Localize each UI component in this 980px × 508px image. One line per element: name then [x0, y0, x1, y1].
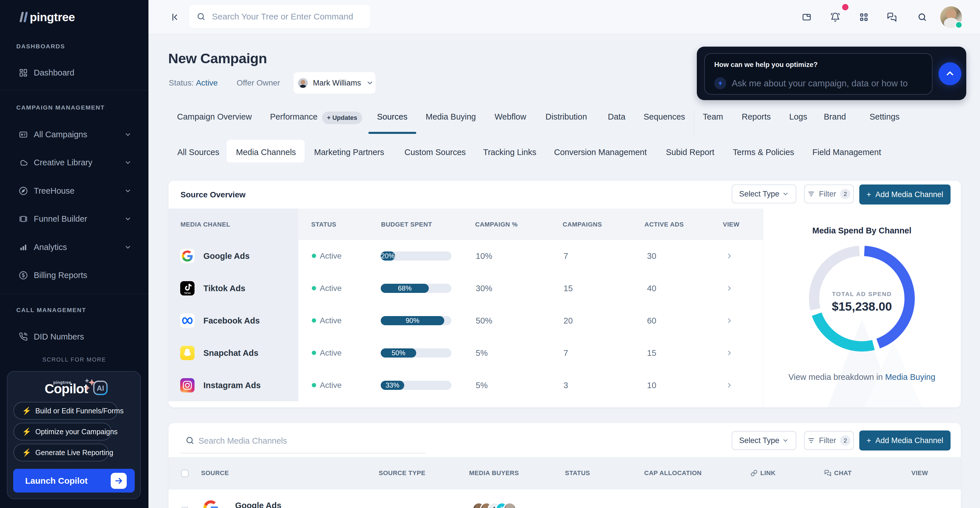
svg-text:AI: AI — [97, 384, 104, 392]
svg-text:TikTok: TikTok — [184, 292, 191, 294]
